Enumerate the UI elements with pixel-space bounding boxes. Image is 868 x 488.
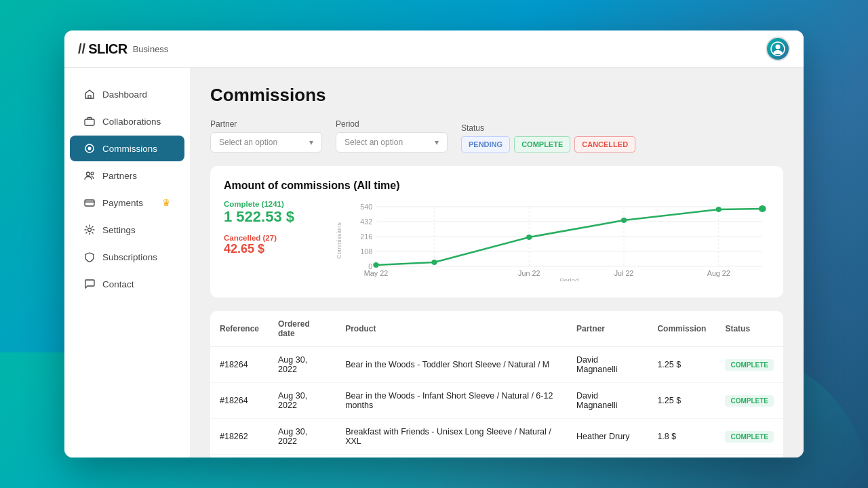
col-commission: Commission [648,311,715,347]
chart-stats: Complete (1241) 1 522.53 $ Cancelled (27… [224,200,312,284]
complete-stat: Complete (1241) 1 522.53 $ [224,200,312,226]
status-badge: COMPLETE [725,431,774,443]
cell-date: Aug 30, 2022 [269,383,336,419]
svg-text:108: 108 [360,248,372,256]
cell-partner: Heather Drury [567,419,648,455]
table-card: Reference Ordered date Product Partner C… [210,311,783,458]
svg-text:May 22: May 22 [364,270,388,277]
svg-text:540: 540 [360,203,372,211]
logo-name: SLICR [88,41,127,57]
sidebar-item-settings-label: Settings [102,225,136,235]
col-ordered-date: Ordered date [269,311,336,347]
sidebar-item-dashboard-label: Dashboard [102,89,147,100]
period-select[interactable]: Select an option ▾ [336,132,448,152]
complete-stat-value: 1 522.53 $ [224,208,312,226]
svg-point-26 [373,262,379,268]
people-icon [83,169,96,182]
sidebar-item-payments-label: Payments [102,198,143,208]
card-icon [83,197,96,209]
period-chevron-icon: ▾ [435,138,439,147]
col-status: Status [715,311,783,347]
sidebar-item-collaborations-label: Collaborations [102,117,161,127]
cell-commission: 1.25 $ [648,383,715,419]
sidebar-item-subscriptions-label: Subscriptions [102,252,157,262]
status-pending-button[interactable]: PENDING [461,136,510,152]
chart-area: Complete (1241) 1 522.53 $ Cancelled (27… [224,200,770,284]
cell-product: Breakfast with Friends - Toddler Short S… [336,455,567,458]
sidebar-item-contact[interactable]: Contact [70,271,184,297]
cancelled-stat-label: Cancelled (27) [224,234,312,242]
top-bar: // SLICR Business [64,30,804,68]
col-reference: Reference [210,311,269,347]
cell-date: Aug 30, 2022 [269,347,336,383]
logo-slashes: // [78,41,85,57]
period-select-placeholder: Select an option [344,138,403,147]
sidebar-item-subscriptions[interactable]: Subscriptions [70,244,184,270]
avatar[interactable] [766,37,790,61]
svg-point-10 [88,228,92,232]
svg-point-29 [621,218,627,223]
cell-partner: David Magnanelli [567,347,648,383]
cell-commission: 1.8 $ [648,419,715,455]
home-icon [83,88,96,100]
sidebar-item-commissions[interactable]: Commissions [70,136,184,161]
cell-commission: 1.25 $ [648,455,715,458]
svg-text:Period: Period [559,277,578,281]
status-filter-label: Status [461,123,635,133]
logo-business: Business [133,44,169,54]
sidebar-item-payments[interactable]: Payments ♛ [70,190,184,216]
table-row: #18264 Aug 30, 2022 Bear in the Woods - … [210,383,783,419]
page-title: Commissions [210,85,783,106]
complete-stat-label: Complete (1241) [224,200,312,208]
sidebar-item-collaborations[interactable]: Collaborations [70,108,184,134]
chart-card: Amount of commissions (All time) Complet… [210,166,783,298]
svg-text:Jun 22: Jun 22 [518,270,540,277]
table-row: #18262 Aug 30, 2022 Breakfast with Frien… [210,455,783,458]
cell-status: COMPLETE [715,347,783,383]
cell-reference: #18262 [210,419,269,455]
status-buttons: PENDING COMPLETE CANCELLED [461,136,635,152]
cell-status: COMPLETE [715,383,783,419]
cell-partner: David Magnanelli [567,383,648,419]
svg-text:216: 216 [360,233,372,241]
svg-rect-3 [85,119,94,125]
svg-text:Commissions: Commissions [336,222,342,259]
partner-filter-group: Partner Select an option ▾ [210,119,322,152]
svg-point-6 [87,172,90,176]
cell-reference: #18264 [210,347,269,383]
cell-date: Aug 30, 2022 [269,419,336,455]
cancelled-stat-value: 42.65 $ [224,242,312,256]
sidebar-item-dashboard[interactable]: Dashboard [70,81,184,107]
svg-point-7 [91,172,94,175]
cell-reference: #18262 [210,455,269,458]
status-cancelled-button[interactable]: CANCELLED [574,136,635,152]
chart-title: Amount of commissions (All time) [224,180,770,192]
sidebar-item-settings[interactable]: Settings [70,217,184,243]
cell-product: Breakfast with Friends - Unisex Long Sle… [336,419,567,455]
gear-icon [83,224,96,236]
status-filter-group: Status PENDING COMPLETE CANCELLED [461,123,635,152]
cancelled-stat: Cancelled (27) 42.65 $ [224,234,312,256]
table-header: Reference Ordered date Product Partner C… [210,311,783,347]
svg-point-31 [759,205,766,212]
shield-icon [83,251,96,263]
circle-icon [83,142,96,155]
content-area: Dashboard Collaborations [64,68,804,458]
svg-text:0: 0 [368,263,372,270]
sidebar-item-commissions-label: Commissions [102,144,157,154]
cell-date: Aug 30, 2022 [269,455,336,458]
svg-text:Aug 22: Aug 22 [707,270,730,277]
col-product: Product [336,311,567,347]
svg-text:Jul 22: Jul 22 [614,270,634,277]
table-row: #18262 Aug 30, 2022 Breakfast with Frien… [210,419,783,455]
svg-rect-8 [85,200,94,206]
chart-svg-wrap: 540 432 216 108 0 Commissions [332,200,770,284]
status-complete-button[interactable]: COMPLETE [514,136,570,152]
cell-product: Bear in the Woods - Infant Short Sleeve … [336,383,567,419]
cell-status: COMPLETE [715,455,783,458]
partner-filter-label: Partner [210,119,322,129]
period-filter-label: Period [336,119,448,129]
partner-select[interactable]: Select an option ▾ [210,132,322,152]
sidebar-item-partners[interactable]: Partners [70,163,184,188]
cell-product: Bear in the Woods - Toddler Short Sleeve… [336,347,567,383]
